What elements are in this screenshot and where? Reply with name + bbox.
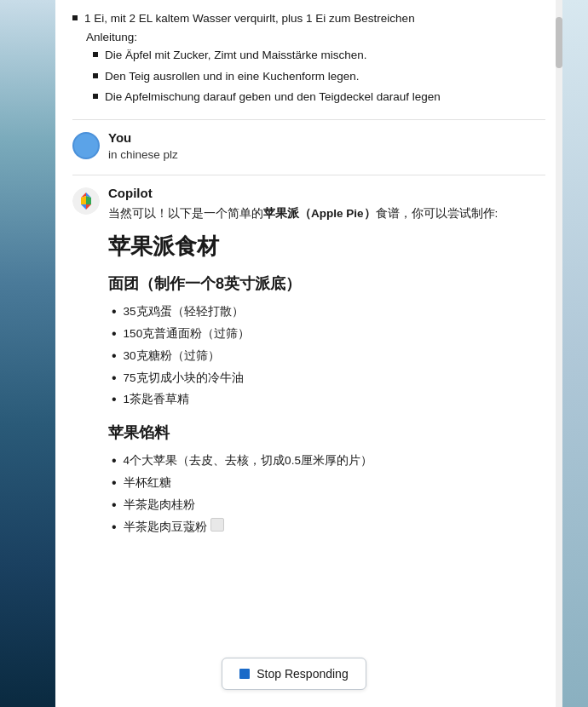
anleitung-step-3: Die Apfelmischung darauf geben und den T…	[93, 89, 545, 106]
stop-btn-label: Stop Responding	[257, 667, 348, 681]
user-message: You in chinese plz	[72, 130, 545, 161]
filling-list: 4个大苹果（去皮、去核，切成0.5厘米厚的片） 半杯红糖 半茶匙肉桂粉 半茶匙肉…	[108, 452, 545, 536]
stop-responding-button[interactable]: Stop Responding	[222, 658, 366, 690]
copilot-name: Copilot	[108, 186, 545, 200]
list-item: 4个大苹果（去皮、去核，切成0.5厘米厚的片）	[112, 452, 545, 470]
divider	[72, 119, 545, 120]
avatar-inner	[74, 134, 98, 158]
german-bullet-1: 1 Ei, mit 2 EL kaltem Wasser verquirlt, …	[72, 10, 545, 27]
list-item: 半茶匙肉豆蔻粉	[112, 519, 545, 537]
copilot-logo-icon	[72, 187, 100, 215]
stop-btn-container: Stop Responding	[0, 658, 588, 690]
anleitung-section: Anleitung: Die Äpfel mit Zucker, Zimt un…	[86, 31, 545, 106]
recipe-main-title: 苹果派食材	[108, 233, 545, 262]
anleitung-bullets: Die Äpfel mit Zucker, Zimt und Maisstärk…	[93, 47, 545, 106]
list-item: 半茶匙肉桂粉	[112, 497, 545, 514]
copilot-message: Copilot 当然可以！以下是一个简单的苹果派（Apple Pie）食谱，你可…	[72, 186, 545, 550]
nutmeg-emoji-icon	[210, 518, 224, 532]
user-name: You	[108, 130, 545, 145]
copilot-intro: 当然可以！以下是一个简单的苹果派（Apple Pie）食谱，你可以尝试制作:	[108, 205, 545, 222]
anleitung-label: Anleitung:	[86, 31, 545, 43]
bullet-icon	[93, 73, 98, 78]
list-item: 150克普通面粉（过筛）	[112, 325, 545, 343]
list-item: 1茶匙香草精	[112, 391, 545, 409]
list-item: 75克切成小块的冷牛油	[112, 370, 545, 388]
filling-title: 苹果馅料	[108, 422, 545, 444]
list-item: 35克鸡蛋（轻轻打散）	[112, 303, 545, 321]
bullet-icon	[72, 15, 78, 20]
list-item: 半杯红糖	[112, 474, 545, 492]
bullet-icon	[93, 94, 98, 99]
intro-suffix: 食谱，你可以尝试制作:	[376, 207, 499, 220]
anleitung-step-1: Die Äpfel mit Zucker, Zimt und Maisstärk…	[93, 47, 545, 64]
scrollbar-thumb[interactable]	[556, 17, 562, 68]
user-content: You in chinese plz	[108, 130, 545, 161]
chat-container: 1 Ei, mit 2 EL kaltem Wasser verquirlt, …	[55, 0, 562, 707]
background-right	[562, 0, 588, 707]
list-item: 30克糖粉（过筛）	[112, 348, 545, 365]
german-section: 1 Ei, mit 2 EL kaltem Wasser verquirlt, …	[72, 10, 545, 106]
intro-bold: 苹果派（Apple Pie）	[263, 207, 376, 220]
copilot-avatar	[72, 187, 100, 215]
user-avatar	[72, 132, 100, 159]
background-left	[0, 0, 55, 707]
bullet-icon	[93, 52, 98, 57]
scrollbar-track[interactable]	[556, 0, 562, 707]
dough-title: 面团（制作一个8英寸派底）	[108, 273, 545, 295]
user-text: in chinese plz	[108, 148, 545, 161]
divider-2	[72, 175, 545, 175]
content-area: 1 Ei, mit 2 EL kaltem Wasser verquirlt, …	[55, 0, 562, 629]
stop-icon	[239, 669, 250, 679]
dough-list: 35克鸡蛋（轻轻打散） 150克普通面粉（过筛） 30克糖粉（过筛） 75克切成…	[108, 303, 545, 409]
copilot-content: Copilot 当然可以！以下是一个简单的苹果派（Apple Pie）食谱，你可…	[108, 186, 545, 550]
anleitung-step-2: Den Teig ausrollen und in eine Kuchenfor…	[93, 68, 545, 85]
intro-plain: 当然可以！以下是一个简单的	[108, 207, 263, 220]
